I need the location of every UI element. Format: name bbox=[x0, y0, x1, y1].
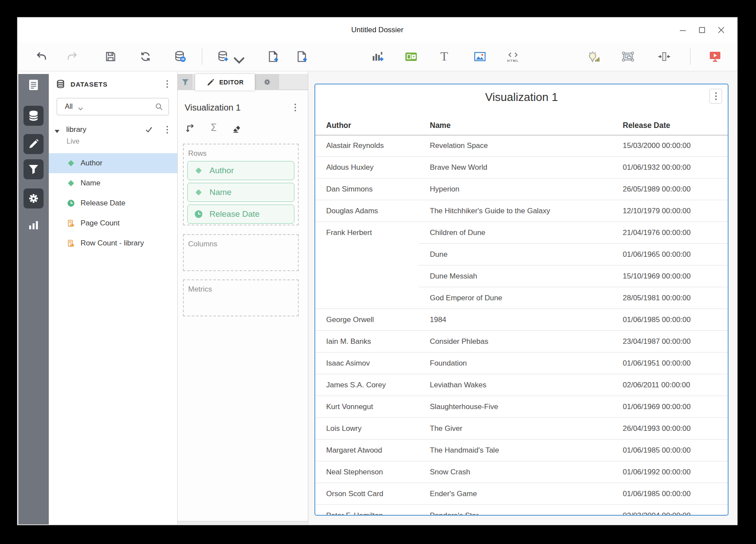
insights-button[interactable] bbox=[585, 48, 602, 65]
field-chip[interactable]: Release Date bbox=[187, 205, 294, 224]
contents-panel-button[interactable] bbox=[27, 78, 40, 91]
Leviathan Wakes[interactable]: James S.A. Corey Leviathan Wakes 02/06/2… bbox=[315, 374, 728, 396]
menu-item[interactable] bbox=[95, 28, 101, 32]
collapse-caret-icon[interactable] bbox=[54, 128, 60, 132]
cell-author[interactable]: Orson Scott Card bbox=[315, 490, 419, 498]
totals-sigma-button[interactable]: Σ bbox=[207, 121, 220, 134]
metrics-drop-zone[interactable]: Metrics bbox=[183, 279, 299, 316]
Revelation Space[interactable]: Alastair Reynolds Revelation Space 15/03… bbox=[315, 135, 728, 157]
save-button[interactable] bbox=[102, 48, 119, 65]
dataset-field-label[interactable]: Author bbox=[81, 159, 102, 168]
add-text-button[interactable]: T bbox=[436, 48, 452, 65]
new-page-button[interactable] bbox=[294, 48, 310, 65]
cell-author[interactable]: Aldous Huxley bbox=[315, 163, 419, 172]
free-form-container-button[interactable] bbox=[620, 48, 636, 65]
presentation-mode-button[interactable] bbox=[707, 48, 723, 65]
column-header-release-date[interactable]: Release Date bbox=[623, 121, 670, 130]
God Emperor of Dune[interactable]: God Emperor of Dune 28/05/1981 00:00:00 bbox=[315, 287, 728, 309]
dataset-search-input[interactable]: All bbox=[57, 98, 169, 115]
cell-author[interactable]: Lois Lowry bbox=[315, 424, 419, 433]
cell-author[interactable]: Iain M. Banks bbox=[315, 337, 419, 346]
cell-name[interactable]: The Hitchhiker's Guide to the Galaxy bbox=[419, 207, 623, 215]
menu-item[interactable] bbox=[59, 28, 64, 32]
cell-author[interactable]: Douglas Adams bbox=[315, 207, 419, 215]
editor-horizontal-scrollbar[interactable] bbox=[178, 521, 308, 524]
Children of Dune[interactable]: Frank Herbert Children of Dune 21/04/197… bbox=[315, 222, 728, 244]
cell-name[interactable]: Hyperion bbox=[419, 185, 623, 194]
field-chip[interactable]: Name bbox=[187, 183, 294, 202]
cell-author[interactable]: Frank Herbert bbox=[315, 228, 419, 237]
menu-item[interactable] bbox=[71, 28, 76, 32]
swap-axes-button[interactable] bbox=[184, 121, 197, 134]
cell-release-date[interactable]: 01/06/1992 00:00:00 bbox=[623, 468, 728, 477]
cell-author[interactable]: Peter F. Hamilton bbox=[315, 511, 419, 515]
Ender's Game[interactable]: Orson Scott Card Ender's Game 01/06/1985… bbox=[315, 483, 728, 505]
cell-release-date[interactable]: 01/06/1985 00:00:00 bbox=[623, 316, 728, 324]
cell-name[interactable]: Slaughterhouse-Five bbox=[419, 403, 623, 411]
add-selector-button[interactable] bbox=[403, 48, 419, 65]
cell-release-date[interactable]: 01/06/1951 00:00:00 bbox=[623, 359, 728, 368]
menu-item[interactable] bbox=[83, 28, 88, 32]
The Giver[interactable]: Lois Lowry The Giver 26/04/1993 00:00:00 bbox=[315, 418, 728, 440]
1984[interactable]: George Orwell 1984 01/06/1985 00:00:00 bbox=[315, 309, 728, 331]
dataset-field-row[interactable]: Author bbox=[49, 153, 177, 173]
visualization-1[interactable]: Visualization 1 Author Name Release Date… bbox=[314, 84, 729, 516]
dataset-field-label[interactable]: Name bbox=[81, 179, 100, 188]
cell-author[interactable]: Dan Simmons bbox=[315, 185, 419, 194]
add-data-button[interactable] bbox=[215, 48, 231, 65]
add-visualization-button[interactable] bbox=[369, 48, 386, 65]
cell-name[interactable]: Pandora's Star bbox=[419, 511, 623, 515]
Slaughterhouse-Five[interactable]: Kurt Vonnegut Slaughterhouse-Five 01/06/… bbox=[315, 396, 728, 418]
menu-item[interactable] bbox=[108, 28, 113, 32]
cell-release-date[interactable]: 26/04/1993 00:00:00 bbox=[623, 424, 728, 433]
cell-release-date[interactable]: 02/06/2011 00:00:00 bbox=[623, 381, 728, 390]
cell-release-date[interactable]: 01/06/1965 00:00:00 bbox=[623, 250, 728, 259]
cell-name[interactable]: 1984 bbox=[419, 316, 623, 324]
Foundation[interactable]: Isaac Asimov Foundation 01/06/1951 00:00… bbox=[315, 353, 728, 374]
menu-item[interactable] bbox=[47, 28, 52, 32]
column-header-author[interactable]: Author bbox=[326, 121, 351, 130]
cell-name[interactable]: God Emperor of Dune bbox=[419, 294, 623, 302]
menu-item[interactable] bbox=[22, 28, 27, 32]
menu-item[interactable] bbox=[34, 28, 40, 32]
tab-settings[interactable] bbox=[255, 74, 279, 90]
cell-name[interactable]: Consider Phlebas bbox=[419, 337, 623, 346]
add-html-button[interactable]: HTML bbox=[505, 48, 521, 65]
cell-release-date[interactable]: 23/04/1987 00:00:00 bbox=[623, 337, 728, 346]
cell-release-date[interactable]: 01/06/1932 00:00:00 bbox=[623, 163, 728, 172]
cell-name[interactable]: Dune bbox=[419, 250, 623, 259]
cell-name[interactable]: The Handmaid's Tale bbox=[419, 446, 623, 455]
undo-button[interactable] bbox=[33, 48, 50, 65]
cell-release-date[interactable]: 15/03/2000 00:00:00 bbox=[623, 141, 728, 150]
cell-author[interactable]: Alastair Reynolds bbox=[315, 141, 419, 150]
editor-panel-button[interactable] bbox=[24, 134, 44, 154]
cell-name[interactable]: Snow Crash bbox=[419, 468, 623, 477]
cell-release-date[interactable]: 01/06/1985 00:00:00 bbox=[623, 446, 728, 455]
cell-author[interactable]: Kurt Vonnegut bbox=[315, 403, 419, 411]
The Handmaid's Tale[interactable]: Margaret Atwood The Handmaid's Tale 01/0… bbox=[315, 440, 728, 461]
field-chip-label[interactable]: Release Date bbox=[209, 209, 260, 219]
visualization-kebab-button[interactable] bbox=[709, 89, 722, 104]
dataset-field-row[interactable]: Release Date bbox=[49, 193, 177, 213]
datasets-panel-button[interactable] bbox=[24, 106, 44, 126]
The Hitchhiker's Guide to the Galaxy[interactable]: Douglas Adams The Hitchhiker's Guide to … bbox=[315, 200, 728, 222]
visualization-gallery-button[interactable] bbox=[27, 218, 40, 231]
dataset-field-row[interactable]: Page Count bbox=[49, 213, 177, 233]
new-chapter-button[interactable] bbox=[265, 48, 282, 65]
cell-release-date[interactable]: 01/06/1985 00:00:00 bbox=[623, 490, 728, 498]
dataset-field-row[interactable]: Name bbox=[49, 173, 177, 193]
field-chip-label[interactable]: Author bbox=[209, 166, 234, 175]
cell-release-date[interactable]: 12/10/1979 00:00:00 bbox=[623, 207, 728, 215]
cell-name[interactable]: Leviathan Wakes bbox=[419, 381, 623, 390]
fit-contents-button[interactable] bbox=[656, 48, 672, 65]
filter-panel-button[interactable] bbox=[24, 159, 44, 179]
cell-release-date[interactable]: 02/03/2004 00:00:00 bbox=[623, 511, 728, 515]
dataset-menu-button[interactable] bbox=[162, 123, 173, 136]
Snow Crash[interactable]: Neal Stephenson Snow Crash 01/06/1992 00… bbox=[315, 461, 728, 483]
Brave New World[interactable]: Aldous Huxley Brave New World 01/06/1932… bbox=[315, 157, 728, 178]
dataset-field-label[interactable]: Page Count bbox=[81, 219, 120, 228]
eraser-button[interactable] bbox=[230, 121, 243, 134]
minimize-button[interactable] bbox=[676, 24, 689, 37]
column-header-name[interactable]: Name bbox=[430, 121, 451, 130]
dataset-name[interactable]: library bbox=[66, 125, 86, 134]
